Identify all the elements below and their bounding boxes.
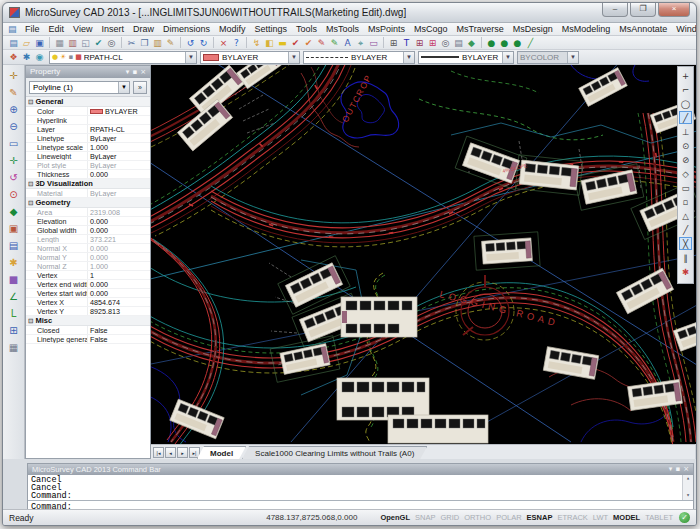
minimize-button[interactable]: – <box>602 3 628 17</box>
property-value[interactable]: 373.221 <box>88 235 150 243</box>
zoom-window-icon[interactable]: ▭ <box>6 137 22 151</box>
toggle-opengl[interactable]: OpenGL <box>380 513 410 522</box>
toggle-tablet[interactable]: TABLET <box>645 513 673 522</box>
zoom-out-icon[interactable]: ⊖ <box>6 120 22 134</box>
toggle-ortho[interactable]: ORTHO <box>464 513 491 522</box>
notes-icon[interactable]: ▤ <box>452 37 465 49</box>
ms-coords-icon[interactable]: ⊞ <box>387 37 400 49</box>
collapse-icon[interactable]: ▾ <box>669 464 673 475</box>
toggle-grid[interactable]: GRID <box>440 513 459 522</box>
ms-points-icon[interactable]: ⊙ <box>6 188 22 202</box>
snap-insert-icon[interactable]: ▭ <box>679 181 692 194</box>
property-value[interactable] <box>88 116 150 124</box>
lineweight-combobox[interactable]: BYLAYER ▼ <box>418 51 514 64</box>
menu-dimensions[interactable]: Dimensions <box>158 24 214 34</box>
property-value[interactable]: RPATH-CL <box>88 125 150 133</box>
ms-annotate-icon[interactable]: A <box>341 37 354 49</box>
menu-file[interactable]: File <box>21 24 45 34</box>
property-value[interactable]: 0.000 <box>88 289 150 297</box>
snap-nearest-icon[interactable]: ╱ <box>679 111 692 124</box>
menu-msannotate[interactable]: MsAnnotate <box>615 24 672 34</box>
print-icon[interactable]: ▦ <box>53 37 66 49</box>
menu-draw[interactable]: Draw <box>128 24 158 34</box>
cogo-corner-icon[interactable]: L <box>6 307 22 321</box>
command-history[interactable]: ▴ ▾ CancelCancelCommand: <box>28 475 693 501</box>
image-manager-icon[interactable]: ◆ <box>465 37 478 49</box>
snap-from-icon[interactable]: ⌐ <box>679 83 692 96</box>
copy-icon[interactable]: ❐ <box>138 37 151 49</box>
property-value[interactable]: 4854.674 <box>88 298 150 306</box>
erase-icon[interactable]: × <box>217 37 230 49</box>
property-value[interactable]: ByLayer <box>88 161 150 169</box>
menu-view[interactable]: View <box>69 24 97 34</box>
toggle-esnap[interactable]: ESNAP <box>527 513 553 522</box>
pan-icon[interactable]: ✛ <box>6 154 22 168</box>
property-value[interactable]: ByLayer <box>88 152 150 160</box>
property-value[interactable]: 1.000 <box>88 143 150 151</box>
selection-combobox[interactable]: Polyline (1) ▼ <box>29 81 130 94</box>
regen-icon[interactable]: ↺ <box>6 171 22 185</box>
table-edit-icon[interactable]: ⊞ <box>426 37 439 49</box>
toggle-etrack[interactable]: ETRACK <box>557 513 587 522</box>
ms-run-icon[interactable]: ↯ <box>250 37 263 49</box>
cut-icon[interactable]: ✂ <box>125 37 138 49</box>
menu-mspoints[interactable]: MsPoints <box>364 24 410 34</box>
last-tab-icon[interactable]: ▸| <box>189 447 200 458</box>
save-icon[interactable]: ▣ <box>33 37 46 49</box>
property-value[interactable]: BYLAYER <box>88 107 150 115</box>
collapse-box-icon[interactable]: ⊟ <box>28 180 33 188</box>
ms-recheck-icon[interactable]: ✔ <box>302 37 315 49</box>
snap-parallel-icon[interactable]: ∥ <box>679 251 692 264</box>
ms-settings-icon[interactable]: ■ <box>6 273 22 287</box>
property-value[interactable]: 0.000 <box>88 253 150 261</box>
snap-tangent-icon[interactable]: ⊘ <box>679 153 692 166</box>
polar-tracking-icon[interactable]: + <box>679 69 692 82</box>
menu-mscogo[interactable]: MsCogo <box>410 24 453 34</box>
snap-node-icon[interactable]: ◇ <box>679 167 692 180</box>
new-file-icon[interactable]: ▤ <box>7 37 20 49</box>
drawing-canvas[interactable]: OUTCROP LOGGING ROAD 4% SLOPE <box>151 65 697 444</box>
undo-icon[interactable]: ↺ <box>184 37 197 49</box>
ms-draw-icon[interactable]: ✎ <box>6 86 22 100</box>
print-preview-icon[interactable]: ◱ <box>79 37 92 49</box>
collapse-box-icon[interactable]: ⊟ <box>28 98 33 106</box>
menu-modify[interactable]: Modify <box>214 24 250 34</box>
zoom-in-icon[interactable]: ⊕ <box>6 103 22 117</box>
point-display-1-icon[interactable]: ● <box>485 37 498 49</box>
pin-icon[interactable]: ▪ <box>675 464 680 475</box>
menu-tools[interactable]: Tools <box>292 24 322 34</box>
help-icon[interactable]: ? <box>230 37 243 49</box>
snap-midpoint-icon[interactable]: △ <box>679 209 692 222</box>
snap-intersection-icon[interactable]: ╳ <box>679 237 692 250</box>
toggle-lwt[interactable]: LWT <box>593 513 608 522</box>
ms-database-icon[interactable]: ▣ <box>6 222 22 236</box>
toggle-snap[interactable]: SNAP <box>415 513 435 522</box>
close-icon[interactable]: × <box>683 464 689 475</box>
snap-perpendicular-icon[interactable]: ⊥ <box>679 125 692 138</box>
layer-states-icon[interactable]: ✱ <box>20 51 33 63</box>
close-icon[interactable]: × <box>140 66 146 78</box>
section-header-misc[interactable]: ⊟Misc <box>26 316 150 326</box>
grid-icon[interactable]: ⊞ <box>6 324 22 338</box>
ms-selection-icon[interactable]: ✛ <box>6 69 22 83</box>
menu-settings[interactable]: Settings <box>250 24 292 34</box>
snap-none-icon[interactable]: ✱ <box>679 265 692 278</box>
first-tab-icon[interactable]: |◂ <box>153 447 164 458</box>
menu-insert[interactable]: Insert <box>97 24 129 34</box>
search-station-icon[interactable]: ◎ <box>439 37 452 49</box>
layer-preview-icon[interactable]: ◉ <box>33 51 46 63</box>
table-icon[interactable]: ⊞ <box>413 37 426 49</box>
color-combobox[interactable]: BYLAYER ▼ <box>200 51 300 64</box>
property-value[interactable]: False <box>88 326 150 334</box>
ms-highlight-icon[interactable]: ▬ <box>276 37 289 49</box>
command-bar-titlebar[interactable]: MicroSurvey CAD 2013 Command Bar ▾ ▪ × <box>28 464 693 475</box>
redo-icon[interactable]: ↻ <box>197 37 210 49</box>
menu-edit[interactable]: Edit <box>44 24 69 34</box>
section-header-geometry[interactable]: ⊟Geometry <box>26 198 150 208</box>
sheet-icon[interactable]: ▦ <box>6 341 22 355</box>
close-button[interactable]: × <box>658 3 690 17</box>
snap-quadrant-icon[interactable]: ⊙ <box>679 139 692 152</box>
property-value[interactable]: 1 <box>88 271 150 279</box>
point-display-3-icon[interactable]: ● <box>511 37 524 49</box>
property-panel-titlebar[interactable]: Property ▾ ▪ × <box>26 66 150 78</box>
